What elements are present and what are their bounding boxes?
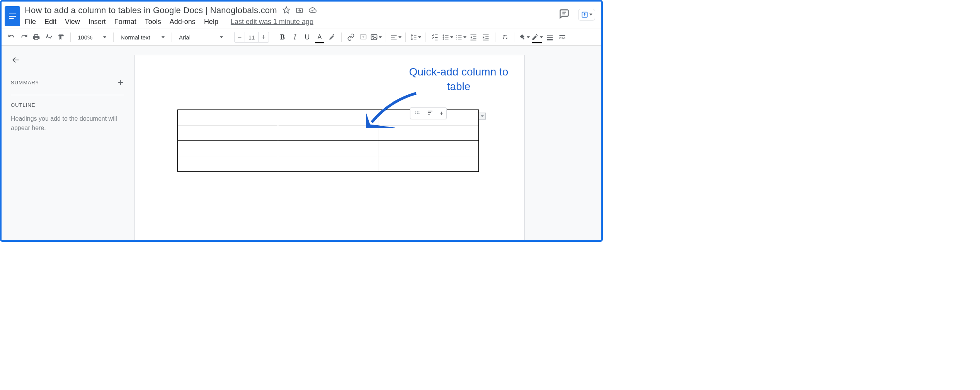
menu-file[interactable]: File	[25, 18, 36, 26]
svg-rect-46	[428, 114, 430, 115]
border-color-button[interactable]	[531, 32, 543, 43]
outline-label: OUTLINE	[11, 102, 124, 108]
svg-point-13	[443, 36, 444, 38]
share-button[interactable]	[578, 9, 595, 21]
svg-rect-22	[483, 34, 489, 35]
zoom-value: 100%	[78, 34, 92, 41]
svg-point-14	[443, 38, 444, 39]
move-icon[interactable]	[296, 6, 303, 15]
last-edit-link[interactable]: Last edit was 1 minute ago	[231, 18, 313, 26]
svg-point-38	[415, 111, 417, 113]
document-title[interactable]: How to add a column to tables in Google …	[25, 5, 277, 15]
menu-insert[interactable]: Insert	[88, 18, 106, 26]
svg-rect-9	[391, 35, 397, 36]
menu-edit[interactable]: Edit	[44, 18, 56, 26]
cloud-saved-icon[interactable]	[309, 6, 316, 15]
menu-view[interactable]: View	[65, 18, 80, 26]
annotation-text: Quick-add column to table	[405, 65, 513, 94]
svg-rect-36	[563, 38, 564, 39]
title-bar: How to add a column to tables in Google …	[2, 2, 601, 26]
svg-rect-24	[485, 38, 488, 39]
paint-format-button[interactable]	[56, 32, 66, 43]
bulleted-list-button[interactable]	[442, 32, 453, 43]
decrease-indent-button[interactable]	[468, 32, 479, 43]
app-frame: How to add a column to tables in Google …	[0, 0, 603, 242]
align-button[interactable]	[390, 32, 402, 43]
bold-button[interactable]: B	[277, 32, 288, 43]
document-canvas[interactable]: + Quick-add column to ta	[133, 46, 601, 240]
svg-rect-44	[428, 111, 432, 111]
svg-rect-31	[561, 37, 563, 38]
page[interactable]: + Quick-add column to ta	[134, 55, 525, 240]
quick-add-column-button[interactable]: +	[440, 110, 443, 117]
toolbar: 100% Normal text Arial − + B I U A	[2, 29, 601, 46]
font-value: Arial	[179, 34, 191, 41]
fill-color-button[interactable]	[518, 32, 530, 43]
svg-rect-18	[471, 34, 476, 35]
svg-rect-33	[560, 38, 560, 39]
increase-indent-button[interactable]	[480, 32, 491, 43]
svg-point-39	[417, 111, 418, 113]
highlight-button[interactable]	[327, 32, 337, 43]
svg-rect-34	[561, 38, 561, 39]
drag-handle-icon[interactable]	[413, 109, 421, 118]
share-caret-icon	[589, 14, 592, 15]
docs-logo-icon[interactable]	[5, 6, 20, 26]
spellcheck-button[interactable]	[43, 32, 54, 43]
svg-rect-20	[473, 38, 476, 39]
menu-help[interactable]: Help	[204, 18, 218, 26]
table-row[interactable]	[178, 125, 479, 141]
menu-tools[interactable]: Tools	[145, 18, 161, 26]
svg-point-8	[373, 36, 374, 37]
table-options-toggle[interactable]	[479, 113, 486, 120]
svg-point-42	[417, 113, 418, 114]
svg-point-12	[443, 34, 444, 36]
text-color-button[interactable]: A	[314, 32, 325, 43]
paragraph-style-dropdown[interactable]: Normal text	[117, 32, 168, 43]
svg-point-43	[419, 113, 420, 114]
svg-rect-11	[391, 39, 397, 39]
summary-label: SUMMARY	[11, 80, 39, 86]
zoom-dropdown[interactable]: 100%	[75, 32, 109, 43]
star-icon[interactable]	[282, 6, 290, 15]
svg-rect-45	[428, 112, 431, 113]
workspace: SUMMARY + OUTLINE Headings you add to th…	[2, 46, 601, 240]
svg-rect-35	[562, 38, 563, 39]
svg-rect-30	[560, 37, 561, 38]
svg-rect-29	[560, 35, 565, 36]
menu-bar: File Edit View Insert Format Tools Add-o…	[25, 18, 554, 26]
insert-image-button[interactable]	[370, 32, 382, 43]
outline-placeholder: Headings you add to the document will ap…	[11, 114, 124, 133]
style-value: Normal text	[121, 34, 150, 41]
redo-button[interactable]	[19, 32, 29, 43]
insert-link-button[interactable]	[345, 32, 356, 43]
border-dash-button[interactable]	[557, 32, 568, 43]
clear-formatting-button[interactable]	[499, 32, 510, 43]
menu-addons[interactable]: Add-ons	[170, 18, 196, 26]
comments-icon[interactable]	[559, 9, 570, 21]
font-size-increase[interactable]: +	[259, 32, 269, 42]
table-row[interactable]	[178, 141, 479, 156]
undo-button[interactable]	[6, 32, 17, 43]
menu-format[interactable]: Format	[114, 18, 136, 26]
checklist-button[interactable]	[429, 32, 440, 43]
svg-rect-37	[565, 38, 565, 39]
print-button[interactable]	[31, 32, 42, 43]
italic-button[interactable]: I	[289, 32, 300, 43]
font-size-input[interactable]	[245, 32, 259, 42]
sort-icon[interactable]	[427, 109, 434, 118]
numbered-list-button[interactable]	[455, 32, 466, 43]
svg-rect-32	[564, 37, 565, 38]
svg-rect-27	[547, 37, 553, 38]
font-size-decrease[interactable]: −	[235, 32, 245, 42]
collapse-outline-button[interactable]	[11, 55, 124, 66]
border-width-button[interactable]	[544, 32, 555, 43]
insert-comment-button[interactable]	[358, 32, 369, 43]
table-row[interactable]	[178, 156, 479, 172]
underline-button[interactable]: U	[302, 32, 313, 43]
svg-point-40	[419, 111, 420, 113]
line-spacing-button[interactable]	[410, 32, 421, 43]
add-summary-button[interactable]: +	[118, 77, 124, 88]
font-family-dropdown[interactable]: Arial	[176, 32, 226, 43]
outline-sidebar: SUMMARY + OUTLINE Headings you add to th…	[2, 46, 133, 240]
